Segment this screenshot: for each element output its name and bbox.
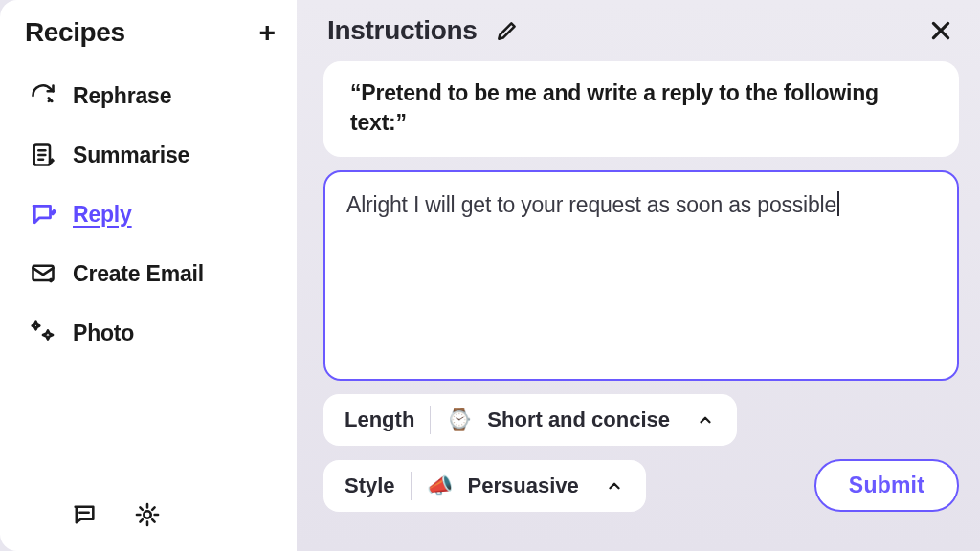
style-selector[interactable]: Style 📣 Persuasive — [323, 460, 646, 512]
sidebar-item-summarise[interactable]: Summarise — [17, 128, 279, 182]
plus-icon: + — [258, 16, 276, 48]
chevron-up-icon[interactable] — [693, 408, 718, 432]
edit-instructions-button[interactable] — [495, 18, 520, 43]
reply-input[interactable]: Alright I will get to your request as so… — [323, 170, 959, 381]
close-button[interactable] — [928, 18, 953, 43]
sidebar-item-label: Reply — [73, 202, 132, 228]
sidebar-item-create-email[interactable]: Create Email — [17, 247, 279, 300]
add-recipe-button[interactable]: + — [258, 18, 276, 47]
divider — [430, 406, 431, 434]
sidebar-item-photo[interactable]: Photo — [17, 306, 279, 360]
length-value: Short and concise — [487, 408, 670, 432]
submit-button[interactable]: Submit — [814, 459, 959, 512]
instructions-title: Instructions — [327, 15, 478, 46]
length-selector[interactable]: Length ⌚ Short and concise — [323, 394, 737, 446]
photo-sparkle-icon — [29, 319, 57, 347]
sidebar: Recipes + Rephrase — [0, 0, 297, 551]
svg-point-6 — [144, 511, 150, 518]
summarise-icon — [29, 141, 57, 169]
prompt-card: “Pretend to be me and write a reply to t… — [323, 61, 959, 157]
chevron-up-icon[interactable] — [602, 474, 627, 498]
main-header: Instructions — [323, 13, 959, 48]
sidebar-footer — [17, 499, 279, 534]
main-panel: Instructions “Pretend to be me and write… — [297, 0, 980, 551]
gear-icon — [134, 501, 161, 528]
recipes-title: Recipes — [25, 17, 125, 48]
svg-rect-4 — [33, 266, 54, 280]
length-row: Length ⌚ Short and concise — [323, 394, 959, 446]
length-label: Length — [345, 408, 414, 432]
bottom-row: Style 📣 Persuasive Submit — [323, 459, 959, 512]
style-value: Persuasive — [468, 474, 579, 498]
watch-icon: ⌚ — [446, 408, 472, 432]
reply-input-value: Alright I will get to your request as so… — [346, 192, 836, 217]
chat-icon — [71, 501, 98, 528]
sidebar-item-label: Photo — [73, 320, 134, 346]
feedback-button[interactable] — [69, 499, 100, 530]
settings-button[interactable] — [132, 499, 163, 530]
text-caret — [837, 191, 839, 216]
recipe-list: Rephrase Summarise Reply — [17, 69, 279, 360]
rephrase-icon — [29, 81, 57, 110]
sidebar-item-label: Rephrase — [73, 83, 171, 109]
prompt-text: “Pretend to be me and write a reply to t… — [350, 80, 879, 135]
sidebar-item-label: Summarise — [73, 143, 189, 168]
sidebar-item-rephrase[interactable]: Rephrase — [17, 69, 279, 122]
megaphone-icon: 📣 — [427, 474, 453, 498]
sidebar-item-reply[interactable]: Reply — [17, 187, 279, 241]
email-icon — [29, 259, 57, 288]
sidebar-header: Recipes + — [17, 13, 279, 65]
main-title-wrap: Instructions — [327, 15, 520, 46]
close-icon — [928, 18, 953, 43]
style-label: Style — [345, 474, 395, 498]
divider — [411, 472, 412, 500]
reply-icon — [29, 200, 57, 229]
pencil-icon — [495, 18, 520, 43]
sidebar-item-label: Create Email — [73, 261, 204, 287]
